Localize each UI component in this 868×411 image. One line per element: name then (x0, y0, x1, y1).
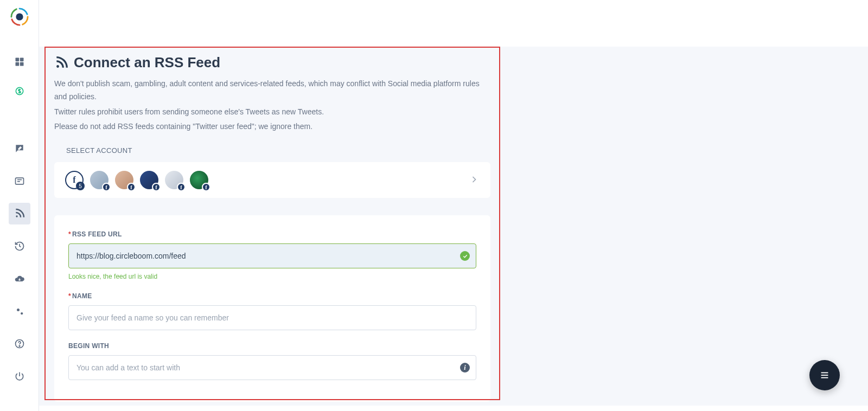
svg-point-13 (19, 345, 20, 346)
facebook-badge-icon: f (152, 183, 161, 191)
page-title: Connect an RSS Feed (74, 54, 220, 71)
accounts-expand[interactable] (469, 174, 480, 187)
account-avatar[interactable]: f (140, 171, 158, 189)
facebook-badge-icon: f (127, 183, 136, 191)
sidebar-item-help[interactable] (9, 333, 30, 355)
name-input[interactable] (68, 305, 476, 330)
grid-icon (14, 56, 25, 67)
form-card: *RSS FEED URL Looks nice, the feed url i… (54, 215, 490, 402)
svg-point-9 (16, 215, 17, 217)
gears-icon (14, 306, 25, 317)
account-avatar[interactable]: f (90, 171, 108, 189)
help-icon (14, 338, 25, 349)
content-column: Connect an RSS Feed We don't publish sca… (44, 47, 500, 411)
page-desc-1: We don't publish scam, gambling, adult c… (54, 78, 490, 104)
rss-icon (54, 56, 68, 70)
cloud-download-icon (14, 273, 25, 284)
compose-icon (14, 143, 25, 154)
account-group-pill[interactable]: f 5 (65, 171, 84, 189)
power-icon (14, 371, 25, 382)
begin-with-label: BEGIN WITH (68, 342, 476, 350)
svg-rect-1 (15, 58, 19, 62)
sidebar (0, 0, 39, 411)
fab-menu-button[interactable] (809, 360, 840, 390)
name-label: *NAME (68, 292, 476, 300)
sidebar-item-history[interactable] (9, 235, 30, 257)
account-count-badge: 5 (76, 182, 85, 190)
sidebar-item-settings[interactable] (9, 300, 30, 322)
rss-url-input[interactable] (68, 243, 476, 268)
rss-icon (14, 208, 25, 219)
accounts-row: f 5 f f f f f (65, 171, 208, 189)
sidebar-item-dashboard[interactable] (9, 51, 30, 73)
rss-url-label: *RSS FEED URL (68, 230, 476, 238)
valid-check-icon (460, 251, 470, 261)
svg-point-11 (21, 312, 23, 314)
page-header: Connect an RSS Feed (54, 54, 490, 71)
accounts-card: f 5 f f f f f (54, 162, 490, 198)
sidebar-item-compose[interactable] (9, 138, 30, 159)
info-icon[interactable]: i (460, 363, 470, 373)
chevron-right-icon (469, 174, 480, 185)
facebook-f-icon: f (73, 175, 75, 185)
svg-point-0 (16, 13, 23, 20)
select-account-label: SELECT ACCOUNT (66, 146, 490, 155)
field-begin-with: BEGIN WITH i (68, 342, 476, 380)
svg-rect-3 (15, 62, 19, 66)
svg-point-14 (56, 65, 59, 68)
sidebar-item-download[interactable] (9, 268, 30, 290)
svg-rect-4 (20, 62, 23, 66)
history-icon (14, 241, 25, 252)
begin-with-input[interactable] (68, 355, 476, 380)
svg-rect-2 (20, 58, 23, 62)
facebook-badge-icon: f (102, 183, 111, 191)
app-logo[interactable] (10, 8, 29, 26)
sidebar-item-logout[interactable] (9, 365, 30, 387)
news-icon (14, 176, 25, 187)
account-avatar[interactable]: f (115, 171, 133, 189)
field-rss-url: *RSS FEED URL Looks nice, the feed url i… (68, 230, 476, 280)
account-avatar[interactable]: f (165, 171, 183, 189)
facebook-badge-icon: f (177, 183, 186, 191)
page-desc-2: Twitter rules prohibit users from sendin… (54, 106, 490, 119)
svg-point-10 (17, 309, 20, 311)
account-avatar[interactable]: f (190, 171, 208, 189)
sidebar-item-billing[interactable] (9, 80, 30, 102)
menu-icon (819, 369, 831, 381)
sidebar-item-rss[interactable] (9, 203, 30, 224)
rss-url-helper: Looks nice, the feed url is valid (68, 273, 476, 280)
main-area: Connect an RSS Feed We don't publish sca… (39, 0, 868, 411)
field-name: *NAME (68, 292, 476, 330)
page-desc-3: Please do not add RSS feeds containing "… (54, 120, 490, 133)
facebook-badge-icon: f (202, 183, 210, 191)
dollar-gear-icon (14, 86, 25, 97)
sidebar-item-articles[interactable] (9, 170, 30, 192)
